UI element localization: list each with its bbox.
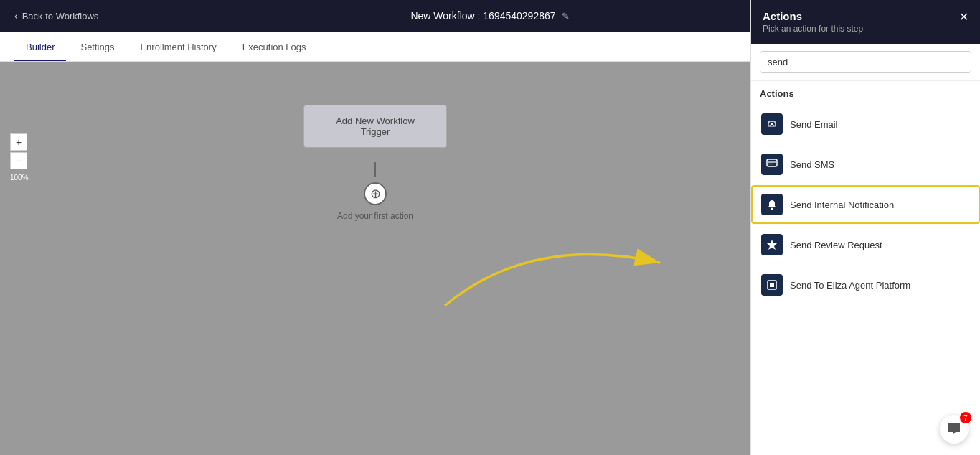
back-label: Back to Workflows	[22, 11, 99, 22]
tab-builder[interactable]: Builder	[14, 34, 66, 61]
send-sms-icon	[761, 154, 783, 175]
panel-header: Actions Pick an action for this step ✕	[751, 0, 980, 44]
canvas-area: + − 100% Add New WorkflowTrigger ⊕ Add y…	[0, 62, 750, 455]
zoom-label: 100%	[10, 174, 29, 182]
svg-marker-5	[767, 240, 777, 250]
trigger-box-label: Add New WorkflowTrigger	[336, 116, 415, 137]
workflow-title: New Workflow : 1694540292867 ✎	[410, 10, 569, 22]
panel-title: Actions	[763, 10, 863, 22]
tab-execution-logs[interactable]: Execution Logs	[231, 34, 318, 61]
zoom-controls: + − 100%	[10, 133, 29, 182]
close-panel-button[interactable]: ✕	[959, 10, 969, 24]
zoom-out-button[interactable]: −	[10, 152, 27, 169]
connector-line	[374, 162, 376, 177]
action-item-send-to-eliza[interactable]: Send To Eliza Agent Platform	[751, 266, 980, 304]
send-eliza-icon	[761, 274, 783, 296]
actions-section: Actions	[751, 81, 980, 105]
svg-point-4	[771, 208, 773, 210]
workflow-trigger-box[interactable]: Add New WorkflowTrigger	[303, 105, 447, 148]
actions-section-label: Actions	[760, 88, 971, 99]
send-notification-icon	[761, 194, 783, 215]
action-label-send-sms: Send SMS	[790, 159, 834, 170]
arrow-annotation	[402, 191, 703, 334]
action-label-send-notification: Send Internal Notification	[790, 200, 894, 210]
zoom-in-button[interactable]: +	[10, 133, 27, 151]
tab-enrollment-history[interactable]: Enrollment History	[128, 34, 227, 61]
action-label-send-review: Send Review Request	[790, 240, 882, 250]
add-action-area: ⊕ Add your first action	[337, 162, 413, 221]
action-label-send-eliza: Send To Eliza Agent Platform	[790, 280, 910, 291]
svg-rect-7	[770, 283, 774, 287]
actions-list: ✉ Send Email Send SMS Send Intern	[751, 105, 980, 306]
action-item-send-email[interactable]: ✉ Send Email	[751, 105, 980, 144]
action-item-send-internal-notification[interactable]: Send Internal Notification	[751, 185, 980, 224]
chevron-left-icon: ‹	[14, 10, 18, 22]
search-input[interactable]	[760, 51, 971, 73]
svg-rect-1	[767, 159, 777, 166]
send-email-icon: ✉	[761, 113, 783, 135]
panel-subtitle: Pick an action for this step	[763, 24, 863, 34]
back-to-workflows-link[interactable]: ‹ Back to Workflows	[14, 10, 98, 22]
search-container	[751, 44, 980, 81]
chat-badge: 7	[960, 412, 971, 423]
add-action-label: Add your first action	[337, 211, 413, 221]
chat-widget[interactable]: 7	[940, 415, 969, 444]
edit-icon[interactable]: ✎	[562, 11, 570, 22]
action-label-send-email: Send Email	[790, 119, 837, 130]
right-panel: Actions Pick an action for this step ✕ A…	[750, 0, 980, 455]
add-action-button[interactable]: ⊕	[364, 182, 387, 205]
tab-settings[interactable]: Settings	[69, 34, 126, 61]
action-item-send-sms[interactable]: Send SMS	[751, 145, 980, 184]
send-review-icon	[761, 234, 783, 255]
action-item-send-review-request[interactable]: Send Review Request	[751, 225, 980, 264]
